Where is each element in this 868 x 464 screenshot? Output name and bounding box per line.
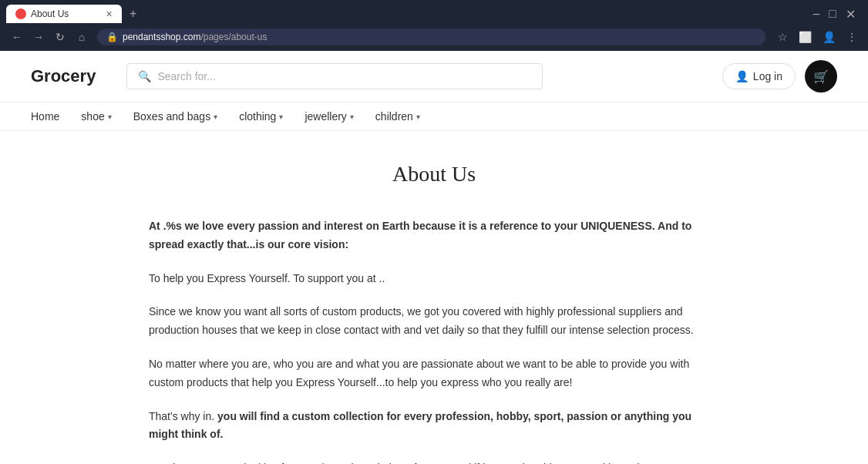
paragraph-5: That's why in. you will find a custom co…	[149, 408, 719, 445]
cart-icon: 🛒	[813, 69, 829, 84]
user-icon: 👤	[735, 70, 749, 82]
site-logo: Grocery	[31, 66, 96, 86]
shoe-chevron-icon: ▾	[108, 113, 112, 121]
url-bar[interactable]: 🔒 pendantsshop.com/pages/about-us	[97, 29, 765, 45]
profile-icon[interactable]: 👤	[819, 28, 839, 46]
maximize-button[interactable]: □	[829, 7, 836, 21]
nav-buttons: ← → ↻ ⌂	[8, 28, 91, 46]
login-button[interactable]: 👤 Log in	[722, 63, 796, 89]
site-nav: Home shoe ▾ Boxes and bags ▾ clothing ▾ …	[0, 103, 868, 131]
paragraph-5-intro: That's why in.	[149, 410, 217, 422]
nav-item-boxes[interactable]: Boxes and bags ▾	[133, 110, 217, 123]
paragraph-1-text: At .%s we love every passion and interes…	[149, 220, 691, 250]
paragraph-3: Since we know you want all sorts of cust…	[149, 303, 719, 340]
search-placeholder: Search for...	[157, 70, 215, 82]
menu-icon[interactable]: ⋮	[843, 28, 860, 46]
forward-button[interactable]: →	[29, 28, 48, 46]
tab-bar: About Us ✕ + – □ ✕	[0, 0, 868, 23]
site-header: Grocery 🔍 Search for... 👤 Log in 🛒	[0, 51, 868, 103]
nav-item-shoe[interactable]: shoe ▾	[81, 110, 111, 123]
extensions-icon[interactable]: ⬜	[796, 28, 815, 46]
active-tab[interactable]: About Us ✕	[6, 5, 122, 23]
nav-shoe-label: shoe	[81, 110, 104, 123]
jewellery-chevron-icon: ▾	[350, 113, 354, 121]
cart-button[interactable]: 🛒	[805, 60, 837, 92]
boxes-chevron-icon: ▾	[214, 113, 217, 121]
paragraph-4: No matter where you are, who you are and…	[149, 355, 719, 392]
paragraph-5-bold: you will find a custom collection for ev…	[149, 410, 691, 441]
tab-title: About Us	[31, 8, 69, 19]
back-button[interactable]: ←	[8, 28, 26, 46]
paragraph-1: At .%s we love every passion and interes…	[149, 217, 719, 254]
tab-close-button[interactable]: ✕	[106, 9, 113, 19]
search-icon: 🔍	[138, 70, 151, 82]
nav-item-children[interactable]: children ▾	[375, 110, 420, 123]
paragraph-2-text: To help you Express Yourself. To support…	[149, 272, 385, 284]
nav-jewellery-label: jewellery	[304, 110, 346, 123]
nav-home-label: Home	[31, 110, 59, 123]
star-icon[interactable]: ☆	[775, 28, 791, 46]
children-chevron-icon: ▾	[416, 113, 420, 121]
header-actions: 👤 Log in 🛒	[722, 60, 837, 92]
minimize-button[interactable]: –	[812, 7, 819, 21]
clothing-chevron-icon: ▾	[279, 113, 283, 121]
new-tab-button[interactable]: +	[125, 5, 141, 22]
home-button[interactable]: ⌂	[72, 28, 91, 46]
paragraph-4-text: No matter where you are, who you are and…	[149, 358, 689, 388]
login-label: Log in	[753, 70, 782, 82]
page-title: About Us	[149, 162, 719, 187]
page-content: Grocery 🔍 Search for... 👤 Log in 🛒 Home …	[0, 51, 868, 464]
nav-item-home[interactable]: Home	[31, 110, 59, 123]
secure-icon: 🔒	[106, 32, 118, 42]
refresh-button[interactable]: ↻	[51, 28, 69, 46]
url-display: pendantsshop.com/pages/about-us	[123, 32, 267, 42]
close-button[interactable]: ✕	[846, 7, 856, 22]
paragraph-2: To help you Express Yourself. To support…	[149, 270, 719, 288]
nav-boxes-label: Boxes and bags	[133, 110, 210, 123]
nav-item-clothing[interactable]: clothing ▾	[239, 110, 283, 123]
address-bar: ← → ↻ ⌂ 🔒 pendantsshop.com/pages/about-u…	[0, 23, 868, 51]
nav-clothing-label: clothing	[239, 110, 276, 123]
main-content: About Us At .%s we love every passion an…	[87, 131, 781, 464]
toolbar-icons: ☆ ⬜ 👤 ⋮	[775, 28, 860, 46]
tab-favicon	[15, 8, 26, 19]
paragraph-3-text: Since we know you want all sorts of cust…	[149, 305, 694, 336]
nav-children-label: children	[375, 110, 413, 123]
nav-item-jewellery[interactable]: jewellery ▾	[304, 110, 353, 123]
paragraph-6: So whatever you're looking for, we plan …	[149, 459, 719, 464]
search-bar[interactable]: 🔍 Search for...	[126, 63, 543, 89]
